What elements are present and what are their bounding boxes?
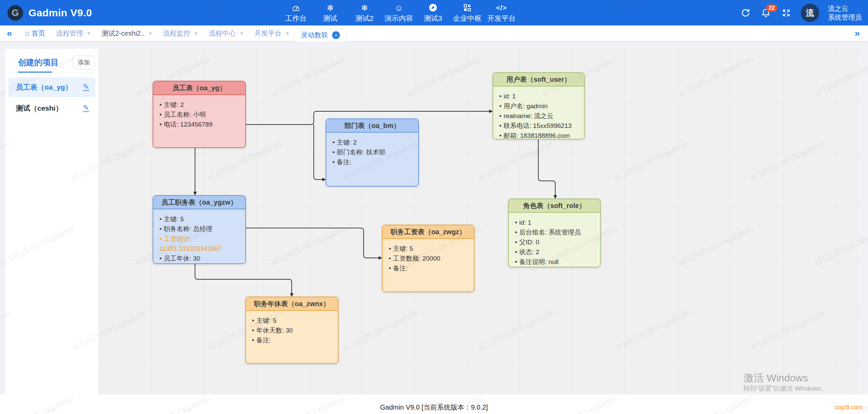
table-field: •年休天数: 30: [252, 325, 332, 335]
refresh-icon[interactable]: [740, 7, 751, 19]
tab-label: 流程中心: [209, 29, 236, 38]
table-field: •后台组名: 系统管理员: [515, 227, 594, 237]
app-logo[interactable]: G Gadmin V9.0: [7, 5, 92, 21]
table-title: 部门表（oa_bm）: [326, 119, 418, 133]
nav-dev[interactable]: </>开发平台: [484, 0, 519, 25]
nav-enterprise[interactable]: 企业中枢: [450, 0, 484, 25]
table-field: •员工年休: 30: [159, 253, 239, 263]
notification-badge: 22: [766, 4, 777, 12]
tabs-scroll-right-icon[interactable]: »: [852, 26, 862, 40]
table-oa-zwnx[interactable]: 职务年休表（oa_zwnx）•主键: 5•年休天数: 30•备注:: [245, 297, 339, 364]
wire-ygzw-to-zwgz: [246, 228, 382, 258]
nav-label: 测试: [323, 14, 337, 23]
table-oa-zwgz[interactable]: 职务工资表（oa_zwgz）•主键: 5•工资数额: 20000•备注:: [382, 225, 475, 292]
tabs-scroll-left-icon[interactable]: «: [5, 26, 14, 40]
table-title: 职务年休表（oa_zwnx）: [246, 297, 338, 311]
status-bar: Gadmin V9.0 [当前系统版本：9.0.2] cojz8.com: [0, 394, 868, 414]
compass-icon: [428, 3, 438, 13]
snowflake-icon: ❄: [327, 3, 334, 13]
table-oa-yg[interactable]: 员工表（oa_yg）•主键: 2•员工名称: 小明•电话: 123456789: [153, 81, 246, 148]
add-project-button[interactable]: 添加: [72, 56, 95, 69]
table-oa-bm[interactable]: 部门表（oa_bm）•主键: 2•部门名称: 技术部•备注:: [326, 118, 419, 187]
table-fields: •主键: 5•年休天数: 30•备注:: [246, 311, 338, 363]
table-field: •工资统计:: [159, 234, 239, 244]
table-title: 职务工资表（oa_zwgz）: [383, 225, 474, 239]
notifications-bell-icon[interactable]: 22: [760, 7, 772, 19]
tab-label: 测试2-ceshi2..: [101, 29, 144, 38]
project-label: 员工表（oa_yg）: [16, 82, 72, 92]
nav-label: 测试2: [355, 14, 374, 23]
tab-process-center[interactable]: 流程中心×: [203, 25, 249, 41]
wire-ygzw-to-zwnx: [195, 264, 292, 297]
tab-close-icon[interactable]: ×: [194, 30, 198, 37]
tab-close-icon[interactable]: ×: [240, 30, 244, 37]
home-icon: ⌂: [25, 29, 30, 38]
table-oa-ygzw[interactable]: 员工职务表（oa_ygzw）•主键: 5•职务名称: 总经理•工资统计:1133…: [153, 195, 246, 264]
table-fields: •id: 1•用户名: gadmin•realname: 流之云•联系电话: 1…: [493, 87, 584, 139]
table-field: •父ID: 0: [515, 237, 594, 247]
edit-icon[interactable]: ✎: [83, 105, 89, 112]
nav-label: 测试3: [424, 14, 442, 23]
table-field: •电话: 123456789: [159, 119, 239, 129]
tab-process-monitor[interactable]: 流程监控×: [158, 25, 204, 41]
table-field: •联系电话: 15xx5996213: [499, 121, 578, 131]
user-role: 系统管理员: [828, 13, 862, 22]
table-field: •部门名称: 技术部: [332, 147, 412, 157]
sidebar-title: 创建的项目: [18, 57, 59, 73]
table-fields: •主键: 5•工资数额: 20000•备注:: [383, 239, 474, 291]
table-title: 员工职务表（oa_ygzw）: [153, 196, 245, 209]
tab-close-icon[interactable]: ×: [286, 30, 289, 37]
tab-label: 开发平台: [254, 29, 282, 38]
tab-lingdong[interactable]: 灵动数联×: [294, 28, 346, 42]
snowflake-icon: ❄: [361, 3, 368, 13]
tab-close-icon[interactable]: ×: [332, 31, 340, 39]
table-soft-role[interactable]: 角色表（soft_role）•id: 1•后台组名: 系统管理员•父ID: 0•…: [508, 199, 601, 267]
gauge-icon: [291, 3, 301, 13]
table-fields: •主键: 2•部门名称: 技术部•备注:: [326, 133, 418, 186]
table-field: •主键: 2: [159, 100, 239, 110]
logo-icon: G: [7, 5, 23, 21]
nav-test3[interactable]: 测试3: [416, 0, 450, 25]
top-nav: 工作台❄测试❄测试2☺演示内容测试3企业中枢</>开发平台: [279, 0, 519, 25]
tab-home[interactable]: ⌂首页: [20, 25, 51, 41]
tab-dev-platform[interactable]: 开发平台×: [249, 25, 295, 41]
tab-close-icon[interactable]: ×: [149, 30, 152, 37]
er-diagram-canvas[interactable]: 激活 Windows 转到“设置”以激活 Windows。 员工表（oa_yg）…: [99, 49, 859, 394]
user-avatar[interactable]: 流: [801, 4, 819, 22]
table-fields: •主键: 5•职务名称: 总经理•工资统计:11333.333333341667…: [153, 209, 245, 263]
project-list: 员工表（oa_yg）✎测试（ceshi）✎: [5, 73, 99, 124]
tab-process-mgmt[interactable]: 流程管理×: [51, 25, 96, 41]
table-title: 角色表（soft_role）: [509, 199, 600, 213]
table-field: •主键: 5: [389, 244, 468, 253]
table-field: •职务名称: 总经理: [159, 224, 239, 234]
blocks-icon: [463, 3, 472, 13]
tab-close-icon[interactable]: ×: [87, 30, 91, 37]
tab-label: 流程管理: [56, 29, 83, 38]
table-field: •id: 1: [515, 218, 594, 227]
edit-icon[interactable]: ✎: [83, 83, 89, 91]
nav-test2[interactable]: ❄测试2: [347, 0, 382, 25]
version-text: Gadmin V9.0 [当前系统版本：9.0.2]: [380, 403, 488, 412]
site-link[interactable]: cojz8.com: [835, 404, 863, 411]
nav-test[interactable]: ❄测试: [313, 0, 347, 25]
project-item-oa-yg[interactable]: 员工表（oa_yg）✎: [8, 77, 95, 97]
project-item-ceshi[interactable]: 测试（ceshi）✎: [8, 98, 95, 118]
user-meta[interactable]: 流之云 系统管理员: [828, 4, 862, 22]
table-soft-user[interactable]: 用户表（soft_user）•id: 1•用户名: gadmin•realnam…: [493, 72, 585, 139]
tab-ceshi2[interactable]: 测试2-ceshi2..×: [96, 25, 157, 41]
user-name: 流之云: [828, 4, 862, 13]
tabs: ⌂首页流程管理×测试2-ceshi2..×流程监控×流程中心×开发平台×灵动数联…: [20, 25, 347, 41]
code-icon: </>: [496, 3, 507, 13]
nav-workbench[interactable]: 工作台: [279, 0, 313, 25]
table-title: 员工表（oa_yg）: [153, 81, 245, 95]
nav-demo[interactable]: ☺演示内容: [382, 0, 416, 25]
sidebar-title-underline: [18, 72, 52, 73]
smiley-icon: ☺: [394, 3, 403, 13]
fullscreen-icon[interactable]: [780, 7, 792, 19]
tab-label: 流程监控: [163, 29, 190, 38]
table-field: •主键: 2: [332, 137, 412, 147]
app-title: Gadmin V9.0: [28, 7, 92, 19]
header-actions: 22 流 流之云 系统管理员: [740, 0, 862, 25]
tab-label: 灵动数联: [301, 31, 328, 40]
windows-activate-watermark: 激活 Windows 转到“设置”以激活 Windows。: [744, 372, 827, 393]
